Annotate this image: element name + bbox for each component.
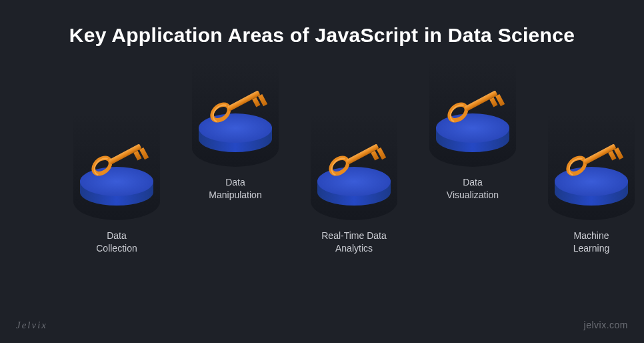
footer: Jelvix jelvix.com: [0, 320, 644, 331]
brand-logo: Jelvix: [16, 320, 47, 331]
card-data-manipulation: Data Manipulation: [185, 60, 285, 202]
brand-url: jelvix.com: [584, 320, 628, 331]
card-visual: [73, 113, 160, 220]
card-real-time-analytics: Real-Time Data Analytics: [304, 113, 404, 255]
cards-row: Data Collection Data Manipulation: [0, 60, 644, 287]
card-label: Data Collection: [67, 230, 167, 255]
card-label: Machine Learning: [541, 230, 641, 255]
card-label: Data Manipulation: [185, 176, 285, 202]
card-label: Real-Time Data Analytics: [304, 230, 404, 255]
card-label: Data Visualization: [423, 176, 523, 202]
card-data-collection: Data Collection: [67, 113, 167, 255]
card-machine-learning: Machine Learning: [541, 113, 641, 255]
card-data-visualization: Data Visualization: [423, 60, 523, 202]
card-visual: [429, 60, 516, 167]
card-visual: [548, 113, 635, 220]
card-visual: [192, 60, 279, 167]
card-visual: [311, 113, 397, 220]
page-title: Key Application Areas of JavaScript in D…: [0, 0, 644, 47]
